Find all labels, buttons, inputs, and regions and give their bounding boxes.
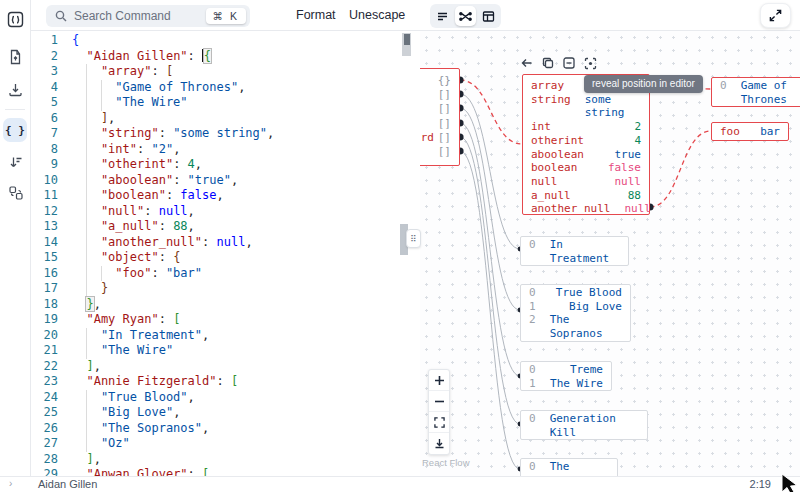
code-line[interactable]: 2 "Aidan Gillen": { — [31, 49, 420, 65]
view-mode-toggle — [430, 4, 501, 28]
graph-node-clarke[interactable]: 0The Corner — [520, 458, 618, 476]
zoom-out-button[interactable] — [429, 391, 449, 412]
code-line[interactable]: 23 "Annie Fitzgerald": [ — [31, 374, 420, 390]
node-row: rd[] — [420, 131, 459, 145]
code-line[interactable]: 9 "otherint": 4, — [31, 157, 420, 173]
node-row: stringsome string — [523, 93, 649, 120]
focus-target-icon[interactable] — [584, 57, 597, 70]
line-number: 13 — [31, 219, 58, 235]
import-file-icon[interactable] — [0, 45, 31, 69]
code-line[interactable]: 14 "another_null": null, — [31, 235, 420, 251]
line-number: 2 — [31, 49, 58, 65]
copy-icon[interactable] — [542, 57, 554, 69]
code-line[interactable]: 11 "boolean": false, — [31, 188, 420, 204]
search-placeholder: Search Command — [74, 9, 206, 23]
code-line[interactable]: 3 "array": [ — [31, 64, 420, 80]
line-number: 20 — [31, 328, 58, 344]
line-number: 17 — [31, 281, 58, 297]
line-number: 29 — [31, 467, 58, 476]
node-row: [] — [420, 145, 459, 159]
graph-node-alexander[interactable]: 0Generation Kill1True Blood — [520, 410, 648, 440]
node-row: otherint4 — [523, 134, 649, 148]
code-line[interactable]: 7 "string": "some string", — [31, 126, 420, 142]
text-view-icon — [436, 10, 449, 23]
graph-node-annie-fitzgerald[interactable]: 0True Blood1Big Love2The Sopranos3Oz — [520, 284, 631, 342]
code-line[interactable]: 26 "The Sopranos", — [31, 421, 420, 437]
code-line[interactable]: 1{ — [31, 33, 420, 49]
table-view-button[interactable] — [478, 6, 499, 26]
graph-node-amy-ryan[interactable]: 0In Treatment1The Wire — [520, 236, 629, 266]
zoom-in-button[interactable] — [429, 370, 449, 391]
node-row: [] — [420, 88, 459, 102]
code-line[interactable]: 18 }, — [31, 297, 420, 313]
apply-transform-icon[interactable] — [0, 150, 31, 174]
format-button[interactable]: Format — [296, 0, 336, 31]
collapse-minus-icon[interactable] — [563, 57, 575, 69]
graph-canvas[interactable]: {}[][][]rd[][]array[]stringsome stringin… — [420, 31, 800, 476]
code-line[interactable]: 24 "True Blood", — [31, 390, 420, 406]
code-line[interactable]: 20 "In Treatment", — [31, 328, 420, 344]
code-line[interactable]: 8 "int": "2", — [31, 142, 420, 158]
code-line[interactable]: 13 "a_null": 88, — [31, 219, 420, 235]
download-icon[interactable] — [0, 77, 31, 101]
node-row: 1True Blood — [521, 439, 647, 440]
unescape-button[interactable]: Unescape — [349, 0, 405, 31]
line-number: 4 — [31, 80, 58, 96]
flow-controls — [428, 369, 450, 455]
code-line[interactable]: 25 "Big Love", — [31, 405, 420, 421]
graph-node-aidan-array[interactable]: 0Game of Thrones1The Wire — [711, 77, 800, 107]
node-row: 1The Wire — [521, 377, 611, 391]
graph-node-aidan-object[interactable]: foobar — [711, 122, 789, 141]
code-line[interactable]: 16 "foo": "bar" — [31, 266, 420, 282]
code-line[interactable]: 29 "Anwan Glover": [ — [31, 467, 420, 476]
plus-icon — [434, 375, 445, 386]
node-row: 3Oz — [521, 340, 630, 342]
code-line[interactable]: 21 "The Wire" — [31, 343, 420, 359]
panel-resize-grip[interactable]: ⠿ — [406, 229, 421, 248]
code-line[interactable]: 17 } — [31, 281, 420, 297]
fullscreen-button[interactable] — [760, 3, 791, 28]
code-line[interactable]: 5 "The Wire" — [31, 95, 420, 111]
text-view-button[interactable] — [432, 6, 453, 26]
code-editor[interactable]: 1{2 "Aidan Gillen": {3 "array": [4 "Game… — [31, 31, 420, 476]
line-number: 12 — [31, 204, 58, 220]
code-line[interactable]: 15 "object": { — [31, 250, 420, 266]
search-icon — [55, 10, 67, 22]
line-number: 10 — [31, 173, 58, 189]
search-command-input[interactable]: Search Command ⌘ K — [46, 5, 250, 27]
line-number: 8 — [31, 142, 58, 158]
code-line[interactable]: 19 "Amy Ryan": [ — [31, 312, 420, 328]
selected-node-toolbar — [521, 57, 597, 70]
node-row: 1The Wire — [712, 106, 800, 107]
node-row: 0Game of Thrones — [712, 79, 800, 106]
code-line[interactable]: 22 ], — [31, 359, 420, 375]
timer-label: 2:19 — [750, 478, 771, 490]
line-number: 28 — [31, 452, 58, 468]
line-number: 9 — [31, 157, 58, 173]
graph-view-icon — [459, 10, 472, 23]
download-image-button[interactable] — [429, 433, 449, 454]
graph-node-anwan-glover[interactable]: 0Treme1The Wire — [520, 361, 612, 391]
code-line[interactable]: 27 "Oz" — [31, 436, 420, 452]
graph-node-aidan-gillen[interactable]: array[]stringsome stringint2otherint4abo… — [522, 74, 650, 215]
back-arrow-icon[interactable] — [521, 57, 533, 69]
graph-node-root[interactable]: {}[][][]rd[][] — [420, 68, 460, 166]
code-line[interactable]: 6 ], — [31, 111, 420, 127]
json-editor-icon[interactable]: { } — [3, 118, 27, 142]
react-flow-attribution: React Flow — [422, 457, 470, 468]
line-number: 18 — [31, 297, 58, 313]
code-line[interactable]: 4 "Game of Thrones", — [31, 80, 420, 96]
app-logo-icon[interactable] — [0, 7, 31, 31]
editor-scrollbar-decoration — [404, 34, 410, 45]
breadcrumb: Aidan Gillen — [38, 478, 97, 490]
compare-documents-icon[interactable] — [0, 181, 31, 205]
breadcrumb-chevron-icon[interactable]: › — [9, 478, 12, 489]
graph-view-button[interactable] — [455, 6, 476, 26]
fit-view-icon — [434, 417, 445, 428]
code-line[interactable]: 10 "aboolean": "true", — [31, 173, 420, 189]
node-row: another_nullnull — [523, 202, 649, 215]
code-line[interactable]: 28 ], — [31, 452, 420, 468]
code-line[interactable]: 12 "null": null, — [31, 204, 420, 220]
mouse-cursor — [780, 472, 800, 492]
fit-view-button[interactable] — [429, 412, 449, 433]
